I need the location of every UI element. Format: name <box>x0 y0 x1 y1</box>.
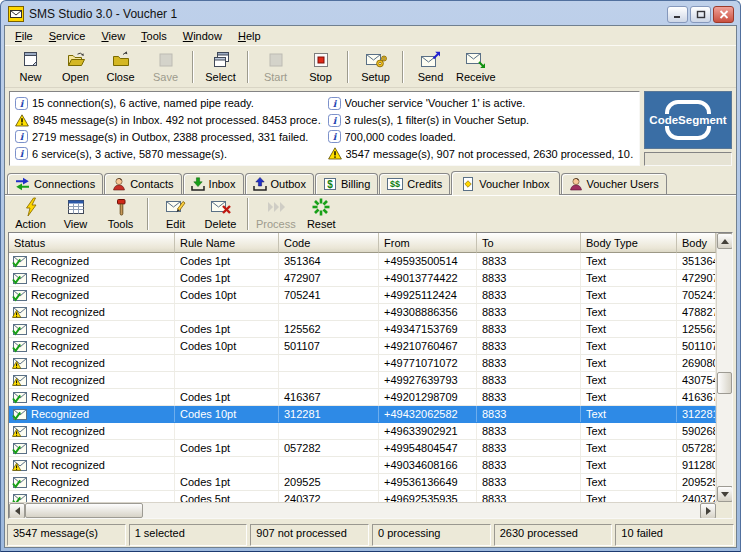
cell-from: +49210760467 <box>379 338 477 354</box>
menu-tools[interactable]: Tools <box>133 28 175 44</box>
toolbar-button-save[interactable]: Save <box>143 48 188 85</box>
cell-code: 057282 <box>279 440 379 456</box>
cell-body-type: Text <box>581 440 677 456</box>
cell-rule-name: Codes 10pt <box>175 338 279 354</box>
vscroll-thumb[interactable] <box>717 372 732 394</box>
toolbar-button-tools[interactable]: Tools <box>98 197 143 230</box>
status-text: Not recognized <box>31 306 105 318</box>
column-header-label: Body Type <box>586 237 638 249</box>
app-window: SMS Studio 3.0 - Voucher 1 FileServiceVi… <box>0 0 741 552</box>
tab-contacts[interactable]: Contacts <box>104 173 181 194</box>
menu-file[interactable]: File <box>7 28 41 44</box>
scroll-down-button[interactable] <box>717 486 733 502</box>
scroll-left-button[interactable] <box>9 503 25 519</box>
column-header-rule-name[interactable]: Rule Name <box>175 233 279 253</box>
cell-to: 8833 <box>477 270 581 286</box>
toolbar-button-send[interactable]: Send <box>408 48 453 85</box>
status-message: i3 rules(s), 1 filter(s) in Voucher Setu… <box>328 114 635 127</box>
title-bar[interactable]: SMS Studio 3.0 - Voucher 1 <box>4 1 737 25</box>
vscroll-track[interactable] <box>717 249 732 486</box>
menu-service[interactable]: Service <box>41 28 94 44</box>
statusbar-panel-2: 1 selected <box>129 524 248 546</box>
column-header-code[interactable]: Code <box>279 233 379 253</box>
tab-billing[interactable]: $Billing <box>315 173 378 194</box>
table-row[interactable]: RecognizedCodes 10pt501107+4921076046788… <box>9 338 716 355</box>
status-text: Not recognized <box>31 357 105 369</box>
new-document-icon <box>21 50 41 70</box>
table-row[interactable]: Not recognized+496339029218833Text590268 <box>9 423 716 440</box>
cell-body: 269080 <box>677 355 716 371</box>
tab-label: Credits <box>407 178 442 190</box>
status-text: Recognized <box>31 255 89 267</box>
billing-dollar-icon: $ <box>323 177 337 191</box>
contact-person-icon <box>112 177 126 191</box>
toolbar-button-delete[interactable]: Delete <box>198 197 243 230</box>
hscroll-track[interactable] <box>25 503 700 518</box>
toolbar-button-start[interactable]: Start <box>253 48 298 85</box>
tab-outbox[interactable]: Outbox <box>245 173 314 194</box>
table-row[interactable]: RecognizedCodes 1pt057282+49954804547883… <box>9 440 716 457</box>
table-row[interactable]: RecognizedCodes 1pt472907+49013774422883… <box>9 270 716 287</box>
table-row[interactable]: RecognizedCodes 1pt125562+49347153769883… <box>9 321 716 338</box>
toolbar-button-setup[interactable]: Setup <box>353 48 398 85</box>
toolbar-button-reset[interactable]: Reset <box>299 197 344 230</box>
tab-voucher-users[interactable]: Voucher Users <box>561 173 667 194</box>
status-text: Not recognized <box>31 459 105 471</box>
toolbar-separator <box>247 198 249 230</box>
column-header-body[interactable]: Body <box>677 233 716 253</box>
toolbar-button-close[interactable]: Close <box>98 48 143 85</box>
tab-credits[interactable]: $$Credits <box>379 173 450 194</box>
column-header-from[interactable]: From <box>379 233 477 253</box>
scroll-right-button[interactable] <box>700 503 716 519</box>
tab-page: ActionViewToolsEditDeleteProcessReset St… <box>5 194 736 521</box>
table-row[interactable]: RecognizedCodes 10pt705241+4992511242488… <box>9 287 716 304</box>
scroll-up-button[interactable] <box>717 233 733 249</box>
column-header-label: Code <box>284 237 310 249</box>
vertical-scrollbar[interactable] <box>716 233 732 502</box>
minimize-button[interactable] <box>667 6 688 23</box>
cell-code <box>279 423 379 439</box>
toolbar-separator <box>347 51 349 83</box>
toolbar-button-label: Stop <box>309 71 332 83</box>
toolbar-button-select[interactable]: Select <box>198 48 243 85</box>
toolbar-button-action[interactable]: Action <box>8 197 53 230</box>
cell-body-type: Text <box>581 321 677 337</box>
tab-inbox[interactable]: Inbox <box>183 173 244 194</box>
tab-voucher-inbox[interactable]: Voucher Inbox <box>451 171 559 195</box>
horizontal-scrollbar[interactable] <box>9 502 716 518</box>
column-header-label: From <box>384 237 410 249</box>
table-row[interactable]: RecognizedCodes 10pt312281+4943206258288… <box>9 406 716 423</box>
toolbar-button-open[interactable]: Open <box>53 48 98 85</box>
toolbar-button-label: Delete <box>205 218 237 230</box>
maximize-button[interactable] <box>690 6 711 23</box>
toolbar-button-view[interactable]: View <box>53 197 98 230</box>
hscroll-thumb[interactable] <box>25 503 143 518</box>
toolbar-button-new[interactable]: New <box>8 48 53 85</box>
menu-window[interactable]: Window <box>175 28 230 44</box>
table-row[interactable]: RecognizedCodes 1pt416367+49201298709883… <box>9 389 716 406</box>
table-row[interactable]: Not recognized+490346081668833Text911280 <box>9 457 716 474</box>
status-messages-box: i15 connection(s), 6 active, named pipe … <box>9 91 640 166</box>
column-header-status[interactable]: Status <box>9 233 175 253</box>
toolbar-button-stop[interactable]: Stop <box>298 48 343 85</box>
table-row[interactable]: Not recognized+499276397938833Text430754 <box>9 372 716 389</box>
column-header-to[interactable]: To <box>477 233 581 253</box>
table-row[interactable]: Not recognized+497710710728833Text269080 <box>9 355 716 372</box>
table-row[interactable]: RecognizedCodes 1pt209525+49536136649883… <box>9 474 716 491</box>
menu-view[interactable]: View <box>93 28 133 44</box>
toolbar-button-receive[interactable]: Receive <box>453 48 499 85</box>
toolbar-button-process[interactable]: Process <box>253 197 299 230</box>
close-button[interactable] <box>713 6 734 23</box>
app-icon <box>8 6 24 22</box>
menu-help[interactable]: Help <box>230 28 269 44</box>
status-message: 8945 message(s) in Inbox. 492 not proces… <box>15 114 322 127</box>
cell-to: 8833 <box>477 338 581 354</box>
table-row[interactable]: RecognizedCodes 1pt351364+49593500514883… <box>9 253 716 270</box>
scrollbar-corner <box>716 502 732 518</box>
tab-connections[interactable]: Connections <box>7 173 103 194</box>
cell-from: +49201298709 <box>379 389 477 405</box>
toolbar-button-edit[interactable]: Edit <box>153 197 198 230</box>
table-row[interactable]: Not recognized+493088863568833Text478827 <box>9 304 716 321</box>
cell-body: 911280 <box>677 457 716 473</box>
column-header-body-type[interactable]: Body Type <box>581 233 677 253</box>
